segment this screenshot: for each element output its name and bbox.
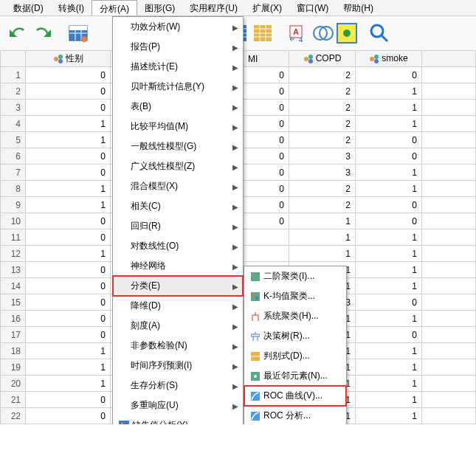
- menu-item-比较平均值m[interactable]: 比较平均值(M)▶: [113, 117, 243, 137]
- menu-window[interactable]: 窗口(W): [289, 0, 336, 15]
- menu-item-分类e[interactable]: 分类(E)▶: [113, 276, 243, 296]
- row-number[interactable]: 14: [1, 278, 26, 294]
- submenu-item-roc分析[interactable]: ROC 分析...: [244, 406, 346, 424]
- cell-last[interactable]: [422, 213, 476, 229]
- search-button[interactable]: [368, 21, 391, 45]
- venn-button[interactable]: [311, 21, 335, 45]
- menu-item-对数线性o[interactable]: 对数线性(O)▶: [113, 236, 243, 256]
- cell-smoke[interactable]: 0: [356, 197, 422, 213]
- menu-item-回归r[interactable]: 回归(R)▶: [113, 216, 243, 236]
- row-number[interactable]: 3: [1, 100, 26, 116]
- cell-last[interactable]: [422, 246, 476, 262]
- col-header-bmi[interactable]: MI: [244, 51, 289, 67]
- row-number[interactable]: 17: [1, 327, 26, 343]
- row-number[interactable]: 11: [1, 229, 26, 246]
- cell-sex[interactable]: 0: [26, 392, 111, 408]
- submenu-item-二阶聚类i[interactable]: 二阶聚类(I)...: [244, 266, 346, 286]
- cell-copd[interactable]: 3: [289, 148, 356, 165]
- menu-item-降维d[interactable]: 降维(D)▶: [113, 296, 243, 316]
- row-number[interactable]: 2: [1, 83, 26, 100]
- menu-item-多重响应u[interactable]: 多重响应(U)▶: [113, 395, 243, 415]
- row-number[interactable]: 15: [1, 294, 26, 311]
- row-number[interactable]: 6: [1, 148, 26, 165]
- redo-button[interactable]: [31, 21, 55, 45]
- cell-smoke[interactable]: 1: [356, 262, 422, 278]
- row-number[interactable]: 18: [1, 343, 26, 359]
- cell-bmi[interactable]: 0: [244, 83, 289, 100]
- menu-item-非参数检验n[interactable]: 非参数检验(N)▶: [113, 336, 243, 356]
- cell-sex[interactable]: 0: [26, 294, 111, 311]
- row-number[interactable]: 20: [1, 376, 26, 392]
- cell-copd[interactable]: 3: [289, 165, 356, 181]
- menu-item-一般线性模型g[interactable]: 一般线性模型(G)▶: [113, 137, 243, 156]
- cell-copd[interactable]: 2: [289, 67, 356, 83]
- grid-button-2[interactable]: [251, 21, 275, 45]
- cell-last[interactable]: [422, 229, 476, 246]
- cell-bmi[interactable]: 0: [244, 67, 289, 83]
- col-header-rownum[interactable]: [1, 51, 26, 67]
- cell-last[interactable]: [422, 100, 476, 116]
- col-header-sex[interactable]: 性别: [26, 51, 111, 67]
- col-header-last[interactable]: [422, 51, 476, 67]
- cell-sex[interactable]: 0: [26, 165, 111, 181]
- cell-sex[interactable]: 1: [26, 343, 111, 359]
- cell-smoke[interactable]: 0: [356, 67, 422, 83]
- cell-sex[interactable]: 0: [26, 311, 111, 327]
- cell-smoke[interactable]: 0: [356, 132, 422, 148]
- menu-item-时间序列预测i[interactable]: 时间序列预测(I)▶: [113, 356, 243, 376]
- submenu-item-系统聚类h[interactable]: 系统聚类(H)...: [244, 306, 346, 326]
- cell-last[interactable]: [422, 181, 476, 197]
- cell-last[interactable]: [422, 408, 476, 424]
- cell-copd[interactable]: 2: [289, 100, 356, 116]
- cell-last[interactable]: [422, 327, 476, 343]
- cell-smoke[interactable]: 0: [356, 213, 422, 229]
- cell-last[interactable]: [422, 376, 476, 392]
- menu-item-混合模型x[interactable]: 混合模型(X)▶: [113, 176, 243, 196]
- cell-copd[interactable]: 2: [289, 116, 356, 132]
- cell-bmi[interactable]: 0: [244, 181, 289, 197]
- cell-smoke[interactable]: 1: [356, 165, 422, 181]
- cell-smoke[interactable]: 1: [356, 229, 422, 246]
- cell-bmi[interactable]: 0: [244, 116, 289, 132]
- cell-last[interactable]: [422, 262, 476, 278]
- row-number[interactable]: 19: [1, 359, 26, 376]
- cell-copd[interactable]: 1: [289, 213, 356, 229]
- cell-smoke[interactable]: 1: [356, 408, 422, 424]
- label-button[interactable]: A4: [286, 21, 310, 45]
- menu-item-缺失值分析y[interactable]: 缺失值分析(Y)...: [113, 415, 243, 424]
- cell-sex[interactable]: 0: [26, 148, 111, 165]
- cell-copd[interactable]: 2: [289, 197, 356, 213]
- cell-smoke[interactable]: 1: [356, 392, 422, 408]
- cell-bmi[interactable]: 0: [244, 100, 289, 116]
- row-number[interactable]: 1: [1, 67, 26, 83]
- menu-extensions[interactable]: 扩展(X): [245, 0, 289, 15]
- menu-item-神经网络[interactable]: 神经网络▶: [113, 256, 243, 276]
- menu-item-相关c[interactable]: 相关(C)▶: [113, 196, 243, 216]
- row-number[interactable]: 16: [1, 311, 26, 327]
- row-number[interactable]: 21: [1, 392, 26, 408]
- menu-item-刻度a[interactable]: 刻度(A)▶: [113, 316, 243, 336]
- row-number[interactable]: 9: [1, 197, 26, 213]
- menu-item-广义线性模型z[interactable]: 广义线性模型(Z)▶: [113, 156, 243, 176]
- cell-sex[interactable]: 0: [26, 100, 111, 116]
- cell-copd[interactable]: 2: [289, 83, 356, 100]
- cell-sex[interactable]: 1: [26, 359, 111, 376]
- cell-last[interactable]: [422, 294, 476, 311]
- cell-smoke[interactable]: 1: [356, 100, 422, 116]
- cell-copd[interactable]: 2: [289, 181, 356, 197]
- row-number[interactable]: 7: [1, 165, 26, 181]
- cell-sex[interactable]: 1: [26, 197, 111, 213]
- cell-smoke[interactable]: 1: [356, 83, 422, 100]
- col-header-smoke[interactable]: smoke: [356, 51, 422, 67]
- highlight-button[interactable]: [337, 23, 357, 44]
- cell-sex[interactable]: 1: [26, 181, 111, 197]
- cell-bmi[interactable]: 0: [244, 132, 289, 148]
- row-number[interactable]: 10: [1, 213, 26, 229]
- cell-smoke[interactable]: 1: [356, 246, 422, 262]
- cell-sex[interactable]: 1: [26, 132, 111, 148]
- cell-sex[interactable]: 0: [26, 213, 111, 229]
- submenu-item-最近邻元素n[interactable]: 最近邻元素(N)...: [244, 366, 346, 386]
- menu-item-生存分析s[interactable]: 生存分析(S)▶: [113, 376, 243, 395]
- menu-data[interactable]: 数据(D): [6, 0, 51, 15]
- menu-item-功效分析w[interactable]: 功效分析(W)▶: [113, 17, 243, 37]
